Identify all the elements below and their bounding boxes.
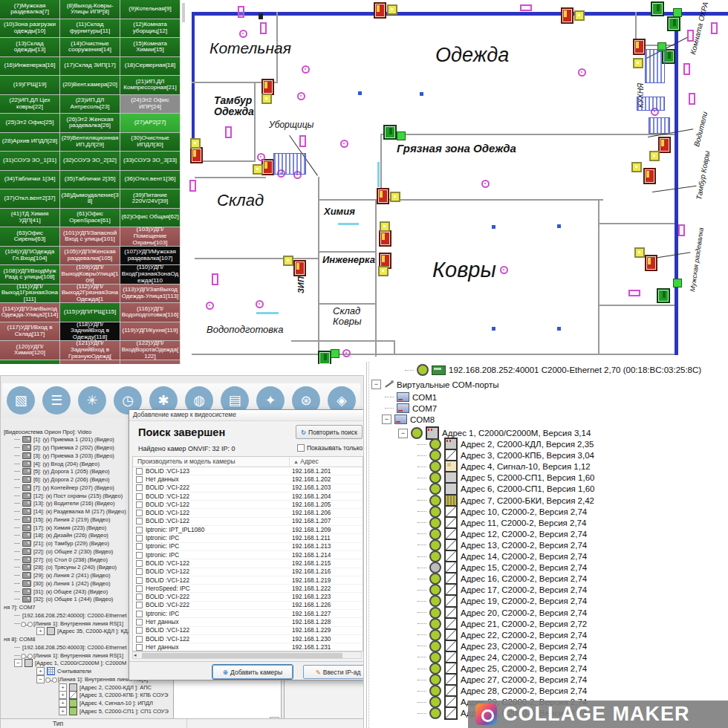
camera-row[interactable]: BOLID :VCI-122192.168.1.215 (133, 559, 363, 568)
zone-cell[interactable]: (111)УДП/Выход1ГрязнаяЗона[111] (0, 285, 59, 303)
zone-cell[interactable]: (123)УДП/Кабинет[1 (0, 360, 59, 365)
green-door-icon[interactable] (383, 125, 397, 140)
camera-row[interactable]: Iptronic: IPC192.168.1.227 (133, 610, 363, 618)
camera-row[interactable]: BOLID :VCI-122192.168.1.216 (133, 568, 363, 576)
camera-row[interactable]: BOLID :VCI-123192.168.1.201 (133, 467, 363, 475)
checkbox-icon[interactable] (136, 510, 143, 516)
zone-cell[interactable]: (16)Инженерка[16] (0, 57, 59, 76)
zone-cell[interactable]: (114)УДП/ЗапВыход Одежда-Улица2[114] (0, 303, 59, 322)
camera-row[interactable]: BOLID :VCI-222192.168.1.223 (133, 593, 363, 601)
camera-table-header[interactable]: Производитель и модель камеры ▲ Адрес (133, 457, 363, 467)
zone-cell[interactable]: (23)ИП.ДЛ Антресоль[23] (60, 95, 120, 114)
device-marker-icon[interactable] (689, 93, 695, 105)
checkbox-icon[interactable] (136, 535, 143, 542)
zone-cell[interactable]: (27)АР2[27] (120, 114, 180, 132)
checkbox-icon[interactable] (136, 602, 143, 608)
manual-call-point-icon[interactable] (390, 192, 400, 202)
tree-item[interactable]: [29]: (к) Линия 2 (241) (Видео) (14, 571, 110, 579)
tree-item[interactable]: [4]: (у) Вход (204) (Видео) (14, 460, 100, 468)
smoke-detector-icon[interactable] (302, 65, 310, 74)
green-device-icon[interactable] (673, 279, 682, 287)
camera-row[interactable]: Нет данных192.168.1.228 (133, 618, 363, 626)
exit-sign-icon[interactable] (293, 260, 306, 276)
zone-cell[interactable]: (20)Вент.камера[20] (60, 76, 120, 94)
exit-sign-icon[interactable] (377, 188, 389, 204)
green-door-icon[interactable] (651, 1, 664, 16)
hardware-tree-item[interactable]: −Виртуальные COM-порты (371, 380, 499, 389)
zone-cell[interactable]: (17)Склад ЗИП[17] (60, 57, 120, 76)
zone-cell[interactable]: (122)УДП/ВходВоротаОдежда[122] (120, 341, 180, 360)
green-door-icon[interactable] (667, 16, 680, 31)
tree-item[interactable]: [2]: (у) Приемка 2 (202) (Видео) (14, 443, 114, 452)
camera-row[interactable]: Iptronic: IPC192.168.1.214 (133, 551, 363, 559)
zone-cell[interactable]: (115)УДП/ГРЩ[115] (60, 303, 120, 322)
device-marker-icon[interactable] (299, 135, 306, 147)
smoke-detector-icon[interactable] (297, 92, 305, 100)
tree-item[interactable]: [6]: (у) Дорога 2 (206) (Видео) (14, 475, 110, 484)
checkbox-icon[interactable] (136, 568, 143, 575)
zone-cell[interactable]: (112)УДП/Выход2ГрязнаяЗонаОдежда[1 (60, 285, 120, 303)
tree-item[interactable]: +[Адрес 3, С2000-КПБ ]: КПБ СОУЭ (59, 691, 168, 699)
tree-item[interactable]: [Линия 1]: Внутренняя линия RS[1] (14, 620, 123, 628)
smoke-detector-icon[interactable] (500, 266, 508, 274)
hardware-tree-item[interactable]: COM1 (385, 392, 437, 402)
camera-row[interactable]: Нет данных192.168.1.231 (133, 643, 363, 651)
tree-item[interactable]: [192.168.208.252:40000]: C2000-Ethernet (14, 611, 127, 620)
collapse-icon[interactable]: − (14, 659, 22, 667)
zone-cell[interactable]: (7)Мужская раздевалка[7] (0, 0, 59, 19)
zone-cell[interactable]: (33)СОУЭ ЗО_3[33] (120, 152, 180, 170)
exit-sign-icon[interactable] (190, 147, 203, 163)
green-device-icon[interactable] (673, 8, 682, 17)
camera-row[interactable]: BOLID :VCI-122192.168.1.205 (133, 501, 363, 509)
checkbox-icon[interactable] (136, 560, 143, 567)
zone-cell[interactable]: (32)СОУЭ ЗО_2[32] (60, 152, 120, 170)
exit-sign-icon[interactable] (561, 7, 573, 24)
tree-item[interactable]: +Считыватели (36, 667, 91, 675)
manual-call-point-icon[interactable] (649, 151, 660, 161)
zone-cell[interactable]: (113)УДП/ЗапВыход Одежда-Улица1[113] (120, 285, 180, 303)
manual-call-point-icon[interactable] (574, 10, 585, 21)
camera-row[interactable]: BOLID :VCI-122192.168.1.206 (133, 509, 363, 517)
zone-cell[interactable]: (116)УДП/Водоподготовка[116] (120, 303, 180, 322)
retry-search-button[interactable]: ↻ Повторить поиск (296, 425, 363, 439)
checkbox-icon[interactable] (136, 468, 143, 475)
tree-item[interactable]: [18]: (к) Дизайн (226) (Видео) (14, 531, 108, 539)
smoke-detector-icon[interactable] (342, 349, 351, 357)
device-marker-icon[interactable] (225, 126, 232, 138)
zone-cell[interactable]: (30)Очистные ИПДЛ[30] (120, 133, 180, 152)
manual-call-point-icon[interactable] (631, 162, 642, 172)
camera-row[interactable]: Iptronic: IPT_IPL1080192.168.1.209 (133, 526, 363, 534)
collapse-icon[interactable]: − (371, 380, 381, 389)
zone-cell[interactable]: (118)УДП/ЗаднийВход в Одежду[118] (60, 322, 120, 341)
expand-icon[interactable]: + (36, 627, 45, 635)
tree-item[interactable]: ня 7]: COM7 (4, 603, 35, 611)
smoke-detector-icon[interactable] (481, 180, 490, 188)
zone-cell[interactable]: (37)Откл.вент2[37] (0, 189, 59, 208)
device-marker-icon[interactable] (260, 22, 267, 34)
tree-item[interactable]: [31]: (к) Общее (243) (Видео) (14, 588, 108, 596)
zone-cell[interactable]: (38)Дымоудаление[38] (60, 189, 120, 208)
tree-item[interactable]: −[Адрес 1, С2000/С2000М ]: С2000М (14, 659, 126, 667)
smoke-detector-icon[interactable] (206, 302, 214, 310)
zone-cell[interactable]: (18)Серверная[18] (120, 57, 180, 76)
zone-cell[interactable]: (13)Склад одежды[13] (0, 38, 59, 56)
checkbox-icon[interactable] (136, 552, 143, 559)
exit-sign-icon[interactable] (261, 79, 274, 95)
green-door-icon[interactable] (657, 288, 670, 303)
zone-cell[interactable]: (127)УДП/Химия "2[ (120, 360, 180, 365)
manual-call-point-icon[interactable] (380, 221, 390, 232)
manual-call-point-icon[interactable] (634, 247, 645, 258)
expand-icon[interactable]: + (36, 667, 45, 675)
green-device-icon[interactable] (397, 131, 406, 140)
smoke-detector-icon[interactable] (340, 140, 348, 148)
tree-item[interactable]: [17]: (к) Химия (223) (Видео) (14, 524, 106, 532)
manual-call-point-icon[interactable] (378, 266, 389, 276)
tree-item[interactable]: [14]: (к) Раздевалка М (217) (Видео) (14, 507, 126, 516)
tree-item[interactable]: [12]: (к) Пост охраны (215) (Видео) (14, 492, 123, 500)
journal-icon[interactable]: ☰ (42, 386, 71, 415)
tree-item[interactable]: [Видеосистема Орион Про]: Video (4, 428, 91, 436)
device-marker-icon[interactable] (687, 30, 694, 42)
collapse-icon[interactable]: − (36, 675, 45, 683)
checkbox-icon[interactable] (136, 627, 143, 634)
device-marker-icon[interactable] (628, 290, 640, 296)
